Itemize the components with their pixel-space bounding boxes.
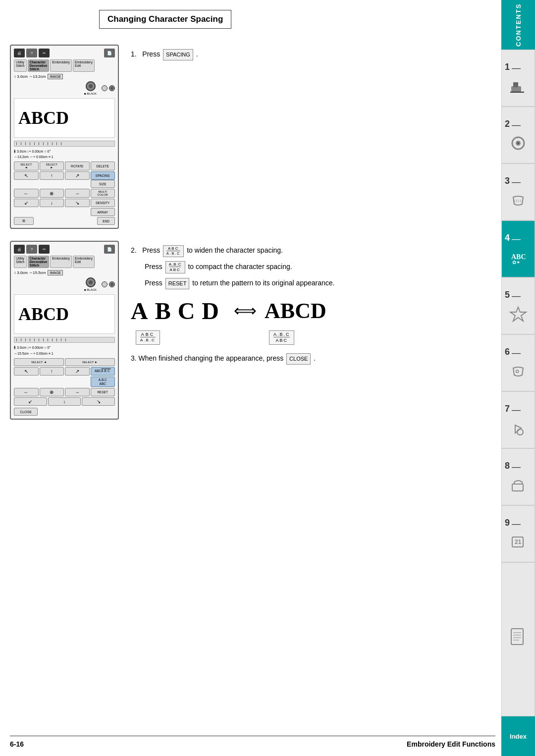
step1: 1. Press SPACING . — [131, 49, 491, 60]
tab3-dash: — — [512, 177, 521, 187]
sidebar-tab-5[interactable]: 5 — — [501, 277, 535, 334]
screen1-btn-spacing[interactable]: SPACING — [91, 171, 115, 180]
screen1-btn-multicolor[interactable]: MULTICOLOR — [91, 189, 115, 198]
step2-number: 2. — [131, 246, 140, 254]
screen1-abcd-text: ABCD — [18, 108, 69, 128]
screen1-black-label: ■ BLACK — [84, 92, 97, 95]
screen1-btn-left[interactable]: ← — [14, 189, 39, 198]
sidebar-tab-3[interactable]: 3 — — [501, 163, 535, 220]
screen1-btn-array[interactable]: ARRAY — [91, 208, 115, 216]
step2: 2. Press ABC A.B.C to widen the characte… — [131, 245, 491, 289]
screen1-btn-center[interactable]: ⊕ — [40, 189, 64, 198]
screen2-btn-close[interactable]: CLOSE — [14, 408, 38, 416]
index-label: Index — [510, 733, 527, 740]
screen2-btn-right[interactable]: → — [65, 388, 90, 396]
sidebar-tab-8[interactable]: 8 — — [501, 448, 535, 505]
svg-text:✿✦: ✿✦ — [512, 260, 520, 265]
tab5-dash: — — [512, 291, 521, 301]
screen2-image-btn: IMAGE — [48, 270, 63, 275]
screen1-tab-embroidery: Embroidery — [50, 59, 72, 72]
screen2-btn-ur[interactable]: ↗ — [65, 367, 90, 376]
step2-btn-compact[interactable]: A.B.C ABC — [165, 261, 185, 273]
step2a: 2. Press ABC A.B.C to widen the characte… — [131, 245, 491, 257]
screen1-btn-arrows1[interactable]: ↖ — [14, 171, 39, 180]
screen1-thread-area: ■ BLACK — [14, 81, 115, 95]
sidebar-tab-7[interactable]: 7 — — [501, 391, 535, 448]
screen1-btn-size[interactable]: SIZE — [91, 180, 115, 188]
sidebar-tab-1[interactable]: 1 — — [501, 50, 535, 107]
sidebar-tab-4[interactable]: 4 — ABC ✿✦ — [501, 220, 535, 277]
spacing-demo-area: ABCD ⟺ ABCD — [131, 297, 491, 324]
tab9-dash: — — [512, 519, 521, 529]
step2-btn-widen[interactable]: ABC A.B.C — [163, 245, 184, 257]
sidebar-tab-6[interactable]: 6 — ✿ — [501, 334, 535, 391]
svg-rect-1 — [513, 82, 518, 87]
screen2-tab-embroidery: Embroidery — [50, 256, 72, 268]
screen1-stats: ⁑ 3.0cm ↕+ 0.00cm ○ 0° ↔13.2cm ↔+ 0.00cm… — [14, 149, 115, 160]
screen1-btn-select-left[interactable]: SELECT◄ — [14, 162, 39, 170]
tab4-number: 4 — [505, 233, 510, 243]
tab9-icon: 21 — [508, 532, 528, 552]
step1-spacing-btn[interactable]: SPACING — [163, 49, 193, 60]
screen1-btn-rotate[interactable]: ROTATE — [65, 162, 90, 170]
screen1-btn-grid[interactable]: ⊞ — [14, 217, 34, 225]
screen1-btn-density[interactable]: DENSITY — [91, 199, 115, 207]
screen2-btn-dr[interactable]: ↘ — [82, 397, 115, 406]
footer-page: 6-16 — [10, 740, 24, 748]
screen2-btn-ul[interactable]: ↖ — [14, 367, 39, 376]
svg-rect-16 — [511, 629, 523, 645]
step3-suffix: . — [314, 354, 316, 362]
screen1-btn-end[interactable]: END — [97, 217, 115, 225]
screen1-icon2: ? — [26, 49, 37, 57]
screen2-btn-left[interactable]: ← — [14, 388, 39, 396]
demo-btn-widen: ABC A.B.C — [136, 330, 160, 345]
sidebar-tab-contents[interactable]: CONTENTS — [501, 0, 535, 50]
screen2-btn-center[interactable]: ⊕ — [40, 388, 64, 396]
screen1-tabs: UtilityStitch CharacterDecorativeStitch … — [14, 59, 115, 72]
page-title-box: Changing Character Spacing — [99, 10, 231, 29]
sidebar-tab-doc[interactable] — [501, 562, 535, 716]
screen2-black-label: ■ BLACK — [84, 288, 97, 291]
tab8-icon — [508, 475, 528, 495]
screen1-abcd-display: ABCD — [14, 98, 115, 138]
sidebar-tab-9[interactable]: 9 — 21 — [501, 505, 535, 562]
sidebar-tab-2[interactable]: 2 — — [501, 107, 535, 163]
screen1-btn-dr[interactable]: ↘ — [65, 199, 90, 207]
screen2-btn-select-left[interactable]: SELECT ◄ — [14, 358, 64, 366]
screen2-icon4: 📄 — [104, 245, 115, 254]
screen1-btn-arrows2[interactable]: ↑ — [40, 171, 64, 180]
sidebar-tab-index[interactable]: Index — [501, 716, 535, 756]
screen2-abcd-display: ABCD — [14, 294, 115, 334]
screen2-btn-dl[interactable]: ↙ — [14, 397, 47, 406]
screen2-btn-select-right[interactable]: SELECT ► — [65, 358, 115, 366]
screen1-btn-delete[interactable]: DELETE — [91, 162, 115, 170]
screen2-btn-down[interactable]: ↓ — [48, 397, 81, 406]
screen1-btn-right[interactable]: → — [65, 189, 90, 198]
step3-close-btn[interactable]: CLOSE — [286, 353, 311, 365]
screen1-tab-edit: EmbroideryEdit — [73, 59, 95, 72]
screen1-tab-utility: UtilityStitch — [14, 59, 27, 72]
screen2-btn-reset[interactable]: RESET — [91, 388, 115, 396]
screen1-btn-select-right[interactable]: SELECT► — [40, 162, 64, 170]
step2b: Press A.B.C ABC to compact the character… — [131, 261, 491, 273]
step2-reset-btn[interactable]: RESET — [165, 278, 190, 289]
screen2-tabs: UtilityStitch CharacterDecorativeStitch … — [14, 256, 115, 268]
step2c: Press RESET to return the pattern to its… — [131, 277, 491, 289]
tab2-icon — [508, 133, 528, 153]
screen1-icon4: 📄 — [104, 49, 115, 57]
tab3-number: 3 — [505, 176, 510, 186]
step3-text: 3. When finished changing the appearance… — [131, 354, 283, 362]
contents-label: CONTENTS — [515, 3, 522, 47]
footer: 6-16 Embroidery Edit Functions — [10, 736, 495, 748]
tab1-number: 1 — [505, 62, 510, 72]
screen2-btn-abc-compact[interactable]: A.B.CABC — [91, 377, 115, 387]
screen1-btn-down[interactable]: ↓ — [40, 199, 64, 207]
screen2-btn-abc-wide[interactable]: ABCABC — [91, 367, 115, 376]
screen1-btn-dl[interactable]: ↙ — [14, 199, 39, 207]
screen2-thread-area: ■ BLACK — [14, 277, 115, 291]
screen2-tab-character: CharacterDecorativeStitch — [28, 256, 50, 268]
instructions-col2: 2. Press ABC A.B.C to widen the characte… — [131, 241, 491, 420]
screen2-btn-up[interactable]: ↑ — [40, 367, 64, 376]
svg-marker-10 — [510, 307, 526, 321]
screen1-btn-arrows3[interactable]: ↗ — [65, 171, 90, 180]
